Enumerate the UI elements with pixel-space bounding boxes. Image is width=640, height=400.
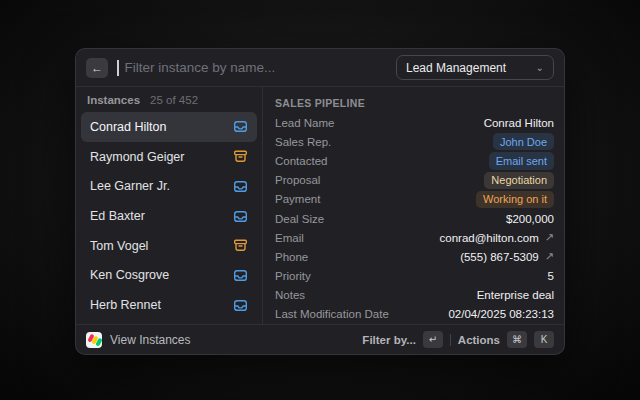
command-palette-window: ← Filter instance by name... Lead Manage…	[75, 48, 565, 355]
list-item-label: Herb Rennet	[90, 298, 161, 312]
footer-separator	[450, 334, 451, 346]
field-value: 5	[548, 270, 554, 282]
detail-row: Payment Working on it	[275, 190, 554, 209]
list-item[interactable]: Herb Rennet	[81, 290, 257, 320]
field-value: Enterprise deal	[477, 289, 554, 301]
inbox-icon	[233, 209, 248, 224]
dropdown-value: Lead Management	[406, 61, 506, 75]
instances-list: Instances 25 of 452 Conrad Hilton Raymon…	[76, 87, 263, 324]
phone-link[interactable]: (555) 867-5309	[460, 251, 539, 263]
detail-row: Phone (555) 867-5309 ↗	[275, 247, 554, 266]
footer-bar: View Instances Filter by... ↵ Actions ⌘ …	[76, 324, 564, 354]
list-item-label: Conrad Hilton	[90, 120, 166, 134]
primary-action-label[interactable]: View Instances	[110, 333, 191, 347]
back-arrow-icon: ←	[91, 61, 103, 75]
detail-row: Email conrad@hilton.com ↗	[275, 228, 554, 247]
detail-row: Priority 5	[275, 267, 554, 286]
field-label: Sales Rep.	[275, 136, 331, 148]
list-item[interactable]: Conrad Hilton	[81, 112, 257, 142]
detail-row: Proposal Negotiation	[275, 171, 554, 190]
field-label: Priority	[275, 270, 311, 282]
detail-row: Deal Size $200,000	[275, 209, 554, 228]
detail-panel: SALES PIPELINE Lead Name Conrad Hilton S…	[263, 87, 564, 324]
list-item-label: Ken Cosgrove	[90, 268, 169, 282]
text-caret	[117, 60, 119, 76]
list-item[interactable]: Raymond Geiger	[81, 142, 257, 172]
detail-row: Contacted Email sent	[275, 151, 554, 170]
field-label: Deal Size	[275, 213, 324, 225]
field-label: Lead Name	[275, 117, 334, 129]
header: ← Filter instance by name... Lead Manage…	[76, 49, 564, 87]
filter-by-label[interactable]: Filter by...	[362, 334, 415, 346]
field-label: Email	[275, 232, 304, 244]
detail-row: Sales Rep. John Doe	[275, 132, 554, 151]
search-input[interactable]: Filter instance by name...	[125, 60, 388, 75]
list-header: Instances 25 of 452	[81, 93, 257, 112]
status-badge: John Doe	[493, 133, 554, 150]
list-count: 25 of 452	[150, 94, 198, 106]
main-area: Instances 25 of 452 Conrad Hilton Raymon…	[76, 87, 564, 324]
list-title: Instances	[87, 94, 140, 106]
k-key-icon: K	[534, 331, 554, 348]
field-value: 02/04/2025 08:23:13	[448, 308, 554, 320]
chevron-down-icon: ⌄	[536, 63, 544, 73]
inbox-icon	[233, 179, 248, 194]
field-label: Notes	[275, 289, 305, 301]
list-item[interactable]: Tom Vogel	[81, 231, 257, 261]
field-value: Conrad Hilton	[484, 117, 554, 129]
list-item-label: Tom Vogel	[90, 239, 148, 253]
status-badge: Email sent	[489, 152, 554, 169]
monday-app-icon	[86, 332, 102, 348]
status-badge: Working on it	[476, 191, 554, 208]
field-label: Proposal	[275, 174, 320, 186]
archive-icon	[233, 149, 248, 164]
field-label: Phone	[275, 251, 308, 263]
field-label: Last Modification Date	[275, 308, 389, 320]
actions-label[interactable]: Actions	[458, 334, 500, 346]
detail-row: Notes Enterprise deal	[275, 286, 554, 305]
list-item[interactable]: Lee Garner Jr.	[81, 171, 257, 201]
list-item[interactable]: Ed Baxter	[81, 201, 257, 231]
field-label: Payment	[275, 193, 320, 205]
field-value: $200,000	[506, 213, 554, 225]
open-link-icon: ↗	[545, 231, 554, 244]
list-item-label: Lee Garner Jr.	[90, 179, 170, 193]
email-link[interactable]: conrad@hilton.com	[440, 232, 539, 244]
inbox-icon	[233, 119, 248, 134]
list-item-label: Ed Baxter	[90, 209, 145, 223]
open-link-icon: ↗	[545, 250, 554, 263]
extension-dropdown[interactable]: Lead Management ⌄	[396, 55, 554, 80]
status-badge: Negotiation	[484, 172, 554, 189]
inbox-icon	[233, 298, 248, 313]
cmd-key-icon: ⌘	[507, 331, 527, 348]
inbox-icon	[233, 268, 248, 283]
list-item[interactable]: Ken Cosgrove	[81, 261, 257, 291]
return-key-icon: ↵	[423, 331, 443, 348]
section-title: SALES PIPELINE	[275, 93, 554, 113]
detail-row: Last Modification Date 02/04/2025 08:23:…	[275, 305, 554, 324]
detail-row: Lead Name Conrad Hilton	[275, 113, 554, 132]
back-button[interactable]: ←	[86, 58, 108, 78]
list-item-label: Raymond Geiger	[90, 150, 185, 164]
archive-icon	[233, 238, 248, 253]
field-label: Contacted	[275, 155, 327, 167]
